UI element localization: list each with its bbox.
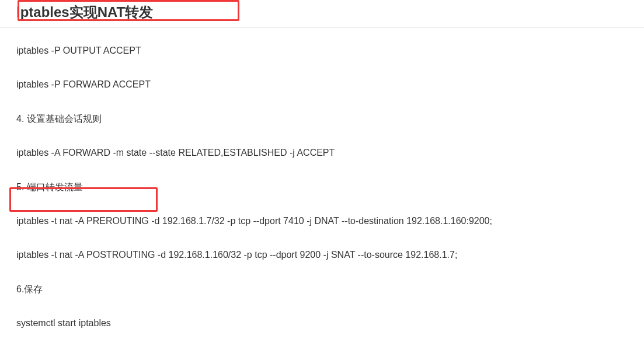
section-heading: 4. 设置基础会话规则 (16, 113, 628, 125)
page-title: Iptables实现NAT转发 (16, 3, 644, 22)
code-line: iptables -A FORWARD -m state --state REL… (16, 146, 628, 159)
code-line: iptables -P OUTPUT ACCEPT (16, 44, 628, 57)
code-line: iptables -P FORWARD ACCEPT (16, 78, 628, 91)
header-bar: Iptables实现NAT转发 (0, 0, 644, 28)
code-line: systemctl start iptables (16, 317, 628, 330)
section-heading: 5. 端口转发流量 (16, 181, 628, 194)
content-area: iptables -P OUTPUT ACCEPT iptables -P FO… (0, 28, 644, 330)
code-line: iptables -t nat -A PREROUTING -d 192.168… (16, 215, 628, 228)
code-line: iptables -t nat -A POSTROUTING -d 192.16… (16, 249, 628, 261)
section-heading: 6.保存 (16, 283, 628, 296)
